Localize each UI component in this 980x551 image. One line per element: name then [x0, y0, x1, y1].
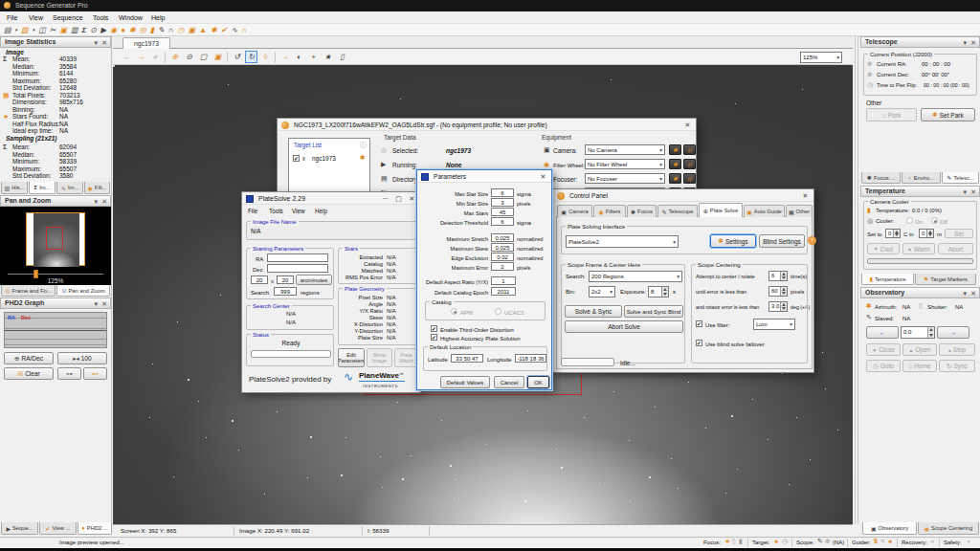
rotate-right-icon[interactable]: ↻: [245, 51, 257, 63]
abort-solve-button[interactable]: Abort Solve: [565, 320, 683, 333]
search-regions-select[interactable]: 200 Regions▾: [589, 271, 682, 282]
show-image-button[interactable]: Show Image: [367, 348, 392, 367]
phd2-close-icon[interactable]: ✕: [101, 299, 107, 309]
sequence-window-titlebar[interactable]: NGC1973_LX200f716wAtikEFW2_OAG5LdStr.sgf…: [278, 119, 696, 131]
param-input[interactable]: 6: [491, 217, 514, 226]
menu-file[interactable]: File: [7, 14, 17, 22]
target-checkbox[interactable]: ✔: [293, 155, 300, 162]
ps2-menu-file[interactable]: File: [248, 208, 257, 215]
accuracy-checkbox[interactable]: ✔: [431, 334, 437, 341]
tab-observatory[interactable]: ▣Observatory: [862, 522, 917, 535]
panzoom-collapse-icon[interactable]: ▾: [94, 197, 98, 207]
edit-parameters-button[interactable]: Edit Parameters: [338, 348, 365, 367]
tab-pan-zoom[interactable]: ⊙Pan and Zoom: [56, 285, 110, 297]
help-icon[interactable]: ?: [808, 236, 816, 245]
info-icon[interactable]: ⓘ: [360, 142, 367, 149]
save-sequence-icon[interactable]: ◫: [38, 26, 46, 34]
param-input[interactable]: 0.025: [491, 243, 514, 252]
minutes-stepper[interactable]: 0: [919, 229, 934, 238]
ps2-menu-help[interactable]: Help: [315, 208, 327, 215]
telescope-close-icon[interactable]: ✕: [970, 38, 976, 48]
plate-match-button[interactable]: Plate Match: [394, 348, 418, 367]
plate-solver-select[interactable]: PlateSolve2▾: [566, 235, 679, 248]
param-input[interactable]: 45: [491, 208, 514, 216]
blind-failover-checkbox[interactable]: ✔: [696, 340, 702, 346]
rotator-error-stepper[interactable]: 3.0: [768, 301, 788, 312]
focuser-icon[interactable]: ✱: [129, 26, 136, 34]
ra-input[interactable]: [267, 253, 328, 262]
set-temp-stepper[interactable]: 0: [885, 229, 901, 238]
mark-stars-icon[interactable]: ★: [322, 51, 334, 63]
tab-image-stats[interactable]: ΣIm...: [29, 182, 56, 194]
phd2-clear-button[interactable]: ☒Clear: [4, 367, 54, 380]
filter-config-button[interactable]: ◎: [683, 159, 696, 169]
stretch-icon[interactable]: ◐: [293, 51, 305, 63]
control-panel-close-icon[interactable]: ✕: [799, 190, 812, 201]
set-button[interactable]: Set: [945, 229, 973, 238]
focuser-settings-button[interactable]: ✱: [669, 173, 681, 184]
nav-history-icon[interactable]: »: [149, 51, 162, 63]
width-input[interactable]: 20: [251, 276, 268, 284]
telescope-control-icon[interactable]: ◎: [140, 26, 146, 34]
statistics-icon[interactable]: Σ: [82, 26, 87, 34]
param-input[interactable]: 2: [491, 262, 514, 271]
solve-sync-button[interactable]: Solve & Sync: [565, 305, 622, 318]
flip-icon[interactable]: ◊: [259, 51, 272, 63]
camera-config-button[interactable]: ◎: [683, 144, 696, 155]
arcminutes-button[interactable]: arcminutes: [296, 275, 332, 285]
tab-filters[interactable]: ◉Filters: [593, 205, 626, 217]
bin-select[interactable]: 2x2▾: [589, 286, 615, 298]
blind-settings-button[interactable]: Blind Settings: [759, 234, 805, 248]
panzoom-thumbnail[interactable]: [26, 212, 85, 266]
dec-input[interactable]: [267, 264, 328, 273]
zoom-actual-icon[interactable]: ▣: [212, 51, 224, 63]
zoom-fit-icon[interactable]: ▢: [197, 51, 210, 63]
dome-icon[interactable]: ∩: [168, 26, 174, 34]
tab-temperature[interactable]: ▮Temperature: [861, 274, 914, 285]
zoom-in-icon[interactable]: ⊕: [168, 51, 181, 63]
image-history-icon[interactable]: ▣: [59, 26, 67, 34]
thumbnail-view-rect[interactable]: [46, 227, 63, 250]
settings-button[interactable]: ✱Settings: [710, 234, 756, 248]
home-button[interactable]: ⌂Home: [902, 360, 937, 372]
ucac3-radio[interactable]: [495, 308, 501, 315]
rotate-left-icon[interactable]: ↺: [231, 51, 243, 63]
param-input[interactable]: 3: [491, 198, 514, 207]
set-park-button[interactable]: ✱Set Park: [921, 108, 975, 121]
zoom-tool-icon[interactable]: ⊙: [90, 26, 97, 34]
equipment-manager-icon[interactable]: ✂: [50, 26, 56, 34]
ok-button[interactable]: OK: [527, 376, 549, 388]
open-sequence-caret-icon[interactable]: ▾: [33, 27, 35, 33]
new-sequence-icon[interactable]: ▤: [4, 26, 11, 34]
tab-focus[interactable]: ✱Focus: [627, 205, 657, 217]
filter-wheel-select[interactable]: No Filter Wheel▾: [585, 159, 665, 169]
right-splitter[interactable]: [855, 36, 856, 524]
height-input[interactable]: 20: [277, 276, 294, 284]
tab-telescope[interactable]: ✎Telescope: [657, 205, 698, 217]
sync-button[interactable]: ↻Sync: [939, 360, 975, 372]
param-input[interactable]: 1: [491, 276, 516, 285]
new-sequence-caret-icon[interactable]: ▾: [15, 27, 18, 33]
flat-panel-icon[interactable]: ▲: [199, 26, 207, 34]
abort-cooler-button[interactable]: Abort: [938, 243, 973, 254]
solve-sync-blind-button[interactable]: Solve and Sync Blind: [624, 305, 683, 318]
phd2-scale-button[interactable]: ▸◂100: [57, 352, 107, 364]
stats-close-icon[interactable]: ✕: [101, 38, 107, 48]
param-input[interactable]: 6: [491, 188, 514, 197]
tab-viewer[interactable]: ✔View ...: [39, 522, 77, 535]
menu-window[interactable]: Window: [119, 14, 143, 22]
observatory-close-icon[interactable]: ✕: [970, 289, 976, 298]
tab-focus-panel[interactable]: ✱Focus ...: [861, 172, 901, 184]
exposure-stepper[interactable]: 8: [648, 286, 669, 298]
camera-select[interactable]: No Camera▾: [585, 144, 665, 155]
run-sequence-icon[interactable]: ▶: [100, 26, 106, 34]
center-attempts-stepper[interactable]: 6: [768, 271, 788, 281]
ps2-menu-tools[interactable]: Tools: [269, 208, 283, 215]
left-splitter[interactable]: [111, 36, 112, 524]
delay-timer-icon[interactable]: ◷: [178, 26, 185, 34]
menu-view[interactable]: View: [29, 14, 43, 22]
phd2-collapse-icon[interactable]: ▾: [94, 299, 98, 309]
tab-plate-solve[interactable]: ⊕Plate Solve: [699, 203, 743, 217]
control-panel-titlebar[interactable]: Control Panel: [553, 189, 813, 202]
parameters-titlebar[interactable]: Parameters: [417, 170, 551, 183]
